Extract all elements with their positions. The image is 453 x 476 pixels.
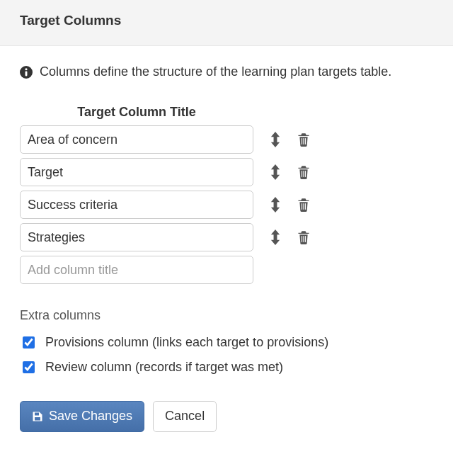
review-checkbox-row: Review column (records if target was met…	[20, 359, 433, 375]
add-column-input[interactable]	[20, 256, 253, 284]
svg-rect-13	[303, 236, 304, 242]
provisions-checkbox[interactable]	[23, 336, 35, 348]
column-row	[20, 158, 433, 186]
trash-icon	[297, 198, 310, 212]
column-row	[20, 223, 433, 251]
add-column-row	[20, 256, 433, 284]
panel-title: Target Columns	[20, 13, 433, 28]
column-row	[20, 191, 433, 219]
svg-rect-4	[303, 138, 304, 144]
delete-column-button[interactable]	[297, 165, 310, 179]
svg-point-1	[25, 68, 27, 70]
svg-rect-10	[303, 203, 304, 210]
save-icon	[32, 411, 43, 422]
delete-column-button[interactable]	[297, 132, 310, 147]
trash-icon	[297, 132, 310, 147]
sort-icon	[269, 132, 282, 147]
reorder-handle[interactable]	[269, 164, 282, 180]
svg-rect-15	[35, 412, 39, 415]
svg-rect-16	[35, 417, 40, 421]
info-text: Columns define the structure of the lear…	[40, 64, 391, 79]
info-icon	[20, 66, 33, 79]
columns-block: Target Column Title	[20, 105, 433, 284]
cancel-button[interactable]: Cancel	[153, 401, 217, 432]
column-row	[20, 125, 433, 154]
svg-rect-2	[25, 71, 28, 76]
trash-icon	[297, 165, 310, 179]
reorder-handle[interactable]	[269, 230, 282, 245]
svg-rect-3	[302, 138, 302, 144]
save-button[interactable]: Save Changes	[20, 401, 144, 432]
provisions-label[interactable]: Provisions column (links each target to …	[45, 335, 328, 350]
column-title-input[interactable]	[20, 223, 253, 251]
review-label[interactable]: Review column (records if target was met…	[45, 360, 283, 375]
panel-body: Columns define the structure of the lear…	[0, 46, 453, 452]
info-row: Columns define the structure of the lear…	[20, 64, 433, 79]
svg-rect-9	[302, 203, 302, 210]
cancel-button-label: Cancel	[165, 409, 205, 424]
sort-icon	[269, 164, 282, 180]
panel-header: Target Columns	[0, 0, 453, 46]
provisions-checkbox-row: Provisions column (links each target to …	[20, 334, 433, 351]
svg-rect-6	[302, 171, 302, 177]
sort-icon	[269, 230, 282, 245]
delete-column-button[interactable]	[297, 198, 310, 212]
column-title-input[interactable]	[20, 125, 253, 154]
svg-rect-11	[305, 203, 306, 210]
button-row: Save Changes Cancel	[20, 401, 433, 432]
svg-rect-7	[303, 171, 304, 177]
delete-column-button[interactable]	[297, 230, 310, 244]
column-title-input[interactable]	[20, 158, 253, 186]
trash-icon	[297, 230, 310, 244]
svg-rect-14	[305, 236, 306, 242]
sort-icon	[269, 197, 282, 212]
save-button-label: Save Changes	[49, 409, 132, 424]
reorder-handle[interactable]	[269, 197, 282, 212]
column-title-input[interactable]	[20, 191, 253, 219]
review-checkbox[interactable]	[23, 361, 35, 373]
extra-columns-heading: Extra columns	[20, 308, 433, 323]
svg-rect-12	[302, 236, 302, 242]
column-title-header: Target Column Title	[20, 105, 253, 120]
svg-rect-8	[305, 171, 306, 177]
reorder-handle[interactable]	[269, 132, 282, 147]
svg-rect-5	[305, 138, 306, 144]
